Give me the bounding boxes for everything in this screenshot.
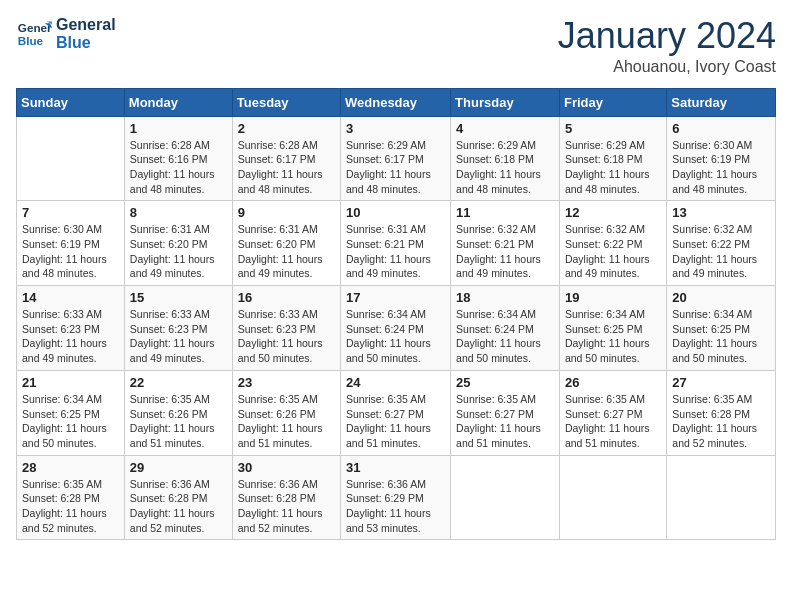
cell-info: Sunrise: 6:33 AM Sunset: 6:23 PM Dayligh… xyxy=(238,307,335,366)
date-number: 5 xyxy=(565,121,661,136)
cell-info: Sunrise: 6:32 AM Sunset: 6:22 PM Dayligh… xyxy=(565,222,661,281)
date-number: 22 xyxy=(130,375,227,390)
date-number: 4 xyxy=(456,121,554,136)
cell-info: Sunrise: 6:35 AM Sunset: 6:27 PM Dayligh… xyxy=(456,392,554,451)
date-number: 24 xyxy=(346,375,445,390)
calendar-cell: 29Sunrise: 6:36 AM Sunset: 6:28 PM Dayli… xyxy=(124,455,232,540)
cell-info: Sunrise: 6:29 AM Sunset: 6:17 PM Dayligh… xyxy=(346,138,445,197)
header-day-wednesday: Wednesday xyxy=(341,88,451,116)
date-number: 14 xyxy=(22,290,119,305)
calendar-cell: 5Sunrise: 6:29 AM Sunset: 6:18 PM Daylig… xyxy=(559,116,666,201)
calendar-header-row: SundayMondayTuesdayWednesdayThursdayFrid… xyxy=(17,88,776,116)
calendar-cell: 11Sunrise: 6:32 AM Sunset: 6:21 PM Dayli… xyxy=(451,201,560,286)
header-day-monday: Monday xyxy=(124,88,232,116)
date-number: 15 xyxy=(130,290,227,305)
date-number: 16 xyxy=(238,290,335,305)
calendar-cell: 13Sunrise: 6:32 AM Sunset: 6:22 PM Dayli… xyxy=(667,201,776,286)
calendar-cell: 8Sunrise: 6:31 AM Sunset: 6:20 PM Daylig… xyxy=(124,201,232,286)
cell-info: Sunrise: 6:36 AM Sunset: 6:28 PM Dayligh… xyxy=(238,477,335,536)
calendar-cell xyxy=(451,455,560,540)
calendar-cell: 12Sunrise: 6:32 AM Sunset: 6:22 PM Dayli… xyxy=(559,201,666,286)
date-number: 26 xyxy=(565,375,661,390)
date-number: 9 xyxy=(238,205,335,220)
date-number: 31 xyxy=(346,460,445,475)
calendar-cell: 17Sunrise: 6:34 AM Sunset: 6:24 PM Dayli… xyxy=(341,286,451,371)
calendar-cell: 14Sunrise: 6:33 AM Sunset: 6:23 PM Dayli… xyxy=(17,286,125,371)
page-header: General Blue General Blue January 2024 A… xyxy=(16,16,776,76)
date-number: 2 xyxy=(238,121,335,136)
cell-info: Sunrise: 6:32 AM Sunset: 6:22 PM Dayligh… xyxy=(672,222,770,281)
calendar-week-3: 14Sunrise: 6:33 AM Sunset: 6:23 PM Dayli… xyxy=(17,286,776,371)
date-number: 12 xyxy=(565,205,661,220)
calendar-cell: 28Sunrise: 6:35 AM Sunset: 6:28 PM Dayli… xyxy=(17,455,125,540)
calendar-cell: 30Sunrise: 6:36 AM Sunset: 6:28 PM Dayli… xyxy=(232,455,340,540)
location-title: Ahouanou, Ivory Coast xyxy=(558,58,776,76)
date-number: 20 xyxy=(672,290,770,305)
date-number: 19 xyxy=(565,290,661,305)
cell-info: Sunrise: 6:34 AM Sunset: 6:25 PM Dayligh… xyxy=(672,307,770,366)
date-number: 17 xyxy=(346,290,445,305)
calendar-cell: 1Sunrise: 6:28 AM Sunset: 6:16 PM Daylig… xyxy=(124,116,232,201)
calendar-cell: 21Sunrise: 6:34 AM Sunset: 6:25 PM Dayli… xyxy=(17,370,125,455)
calendar-table: SundayMondayTuesdayWednesdayThursdayFrid… xyxy=(16,88,776,541)
header-day-thursday: Thursday xyxy=(451,88,560,116)
cell-info: Sunrise: 6:36 AM Sunset: 6:29 PM Dayligh… xyxy=(346,477,445,536)
svg-text:General: General xyxy=(18,21,52,34)
calendar-cell: 16Sunrise: 6:33 AM Sunset: 6:23 PM Dayli… xyxy=(232,286,340,371)
cell-info: Sunrise: 6:35 AM Sunset: 6:26 PM Dayligh… xyxy=(238,392,335,451)
calendar-cell xyxy=(559,455,666,540)
calendar-week-4: 21Sunrise: 6:34 AM Sunset: 6:25 PM Dayli… xyxy=(17,370,776,455)
date-number: 13 xyxy=(672,205,770,220)
date-number: 11 xyxy=(456,205,554,220)
logo-icon: General Blue xyxy=(16,16,52,52)
cell-info: Sunrise: 6:34 AM Sunset: 6:25 PM Dayligh… xyxy=(22,392,119,451)
cell-info: Sunrise: 6:35 AM Sunset: 6:27 PM Dayligh… xyxy=(565,392,661,451)
header-day-tuesday: Tuesday xyxy=(232,88,340,116)
calendar-cell: 27Sunrise: 6:35 AM Sunset: 6:28 PM Dayli… xyxy=(667,370,776,455)
date-number: 28 xyxy=(22,460,119,475)
calendar-cell: 7Sunrise: 6:30 AM Sunset: 6:19 PM Daylig… xyxy=(17,201,125,286)
logo-text-general: General xyxy=(56,16,116,34)
date-number: 1 xyxy=(130,121,227,136)
calendar-cell: 19Sunrise: 6:34 AM Sunset: 6:25 PM Dayli… xyxy=(559,286,666,371)
calendar-cell: 25Sunrise: 6:35 AM Sunset: 6:27 PM Dayli… xyxy=(451,370,560,455)
date-number: 30 xyxy=(238,460,335,475)
calendar-cell: 31Sunrise: 6:36 AM Sunset: 6:29 PM Dayli… xyxy=(341,455,451,540)
date-number: 25 xyxy=(456,375,554,390)
cell-info: Sunrise: 6:32 AM Sunset: 6:21 PM Dayligh… xyxy=(456,222,554,281)
cell-info: Sunrise: 6:28 AM Sunset: 6:17 PM Dayligh… xyxy=(238,138,335,197)
calendar-cell xyxy=(17,116,125,201)
header-day-friday: Friday xyxy=(559,88,666,116)
cell-info: Sunrise: 6:35 AM Sunset: 6:27 PM Dayligh… xyxy=(346,392,445,451)
calendar-cell: 26Sunrise: 6:35 AM Sunset: 6:27 PM Dayli… xyxy=(559,370,666,455)
cell-info: Sunrise: 6:31 AM Sunset: 6:21 PM Dayligh… xyxy=(346,222,445,281)
calendar-cell: 24Sunrise: 6:35 AM Sunset: 6:27 PM Dayli… xyxy=(341,370,451,455)
calendar-cell: 4Sunrise: 6:29 AM Sunset: 6:18 PM Daylig… xyxy=(451,116,560,201)
calendar-cell xyxy=(667,455,776,540)
calendar-cell: 23Sunrise: 6:35 AM Sunset: 6:26 PM Dayli… xyxy=(232,370,340,455)
cell-info: Sunrise: 6:35 AM Sunset: 6:28 PM Dayligh… xyxy=(672,392,770,451)
calendar-cell: 20Sunrise: 6:34 AM Sunset: 6:25 PM Dayli… xyxy=(667,286,776,371)
cell-info: Sunrise: 6:31 AM Sunset: 6:20 PM Dayligh… xyxy=(238,222,335,281)
calendar-cell: 15Sunrise: 6:33 AM Sunset: 6:23 PM Dayli… xyxy=(124,286,232,371)
cell-info: Sunrise: 6:34 AM Sunset: 6:25 PM Dayligh… xyxy=(565,307,661,366)
calendar-week-2: 7Sunrise: 6:30 AM Sunset: 6:19 PM Daylig… xyxy=(17,201,776,286)
calendar-cell: 18Sunrise: 6:34 AM Sunset: 6:24 PM Dayli… xyxy=(451,286,560,371)
cell-info: Sunrise: 6:35 AM Sunset: 6:26 PM Dayligh… xyxy=(130,392,227,451)
logo: General Blue General Blue xyxy=(16,16,116,52)
cell-info: Sunrise: 6:33 AM Sunset: 6:23 PM Dayligh… xyxy=(22,307,119,366)
cell-info: Sunrise: 6:30 AM Sunset: 6:19 PM Dayligh… xyxy=(22,222,119,281)
cell-info: Sunrise: 6:31 AM Sunset: 6:20 PM Dayligh… xyxy=(130,222,227,281)
calendar-cell: 6Sunrise: 6:30 AM Sunset: 6:19 PM Daylig… xyxy=(667,116,776,201)
cell-info: Sunrise: 6:35 AM Sunset: 6:28 PM Dayligh… xyxy=(22,477,119,536)
calendar-body: 1Sunrise: 6:28 AM Sunset: 6:16 PM Daylig… xyxy=(17,116,776,540)
logo-text-blue: Blue xyxy=(56,34,116,52)
month-title: January 2024 xyxy=(558,16,776,56)
cell-info: Sunrise: 6:28 AM Sunset: 6:16 PM Dayligh… xyxy=(130,138,227,197)
cell-info: Sunrise: 6:29 AM Sunset: 6:18 PM Dayligh… xyxy=(456,138,554,197)
date-number: 3 xyxy=(346,121,445,136)
date-number: 29 xyxy=(130,460,227,475)
cell-info: Sunrise: 6:29 AM Sunset: 6:18 PM Dayligh… xyxy=(565,138,661,197)
calendar-week-5: 28Sunrise: 6:35 AM Sunset: 6:28 PM Dayli… xyxy=(17,455,776,540)
cell-info: Sunrise: 6:34 AM Sunset: 6:24 PM Dayligh… xyxy=(456,307,554,366)
